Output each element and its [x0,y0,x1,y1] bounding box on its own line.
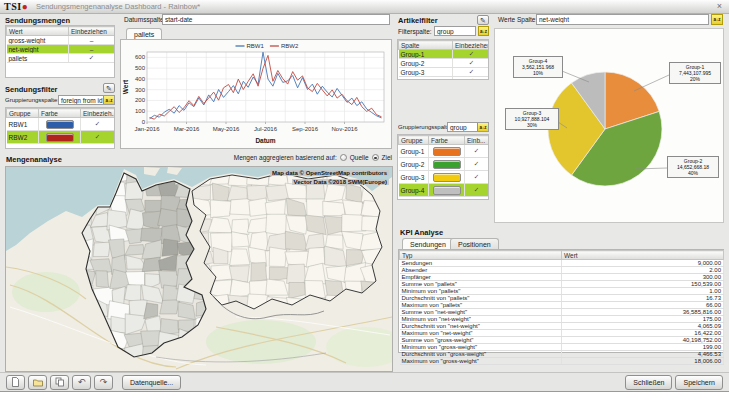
artikelfilter-title: Artikelfilter [398,16,438,25]
table-row[interactable]: Group-3 ✓ [399,171,489,184]
col-typ[interactable]: Typ [400,251,562,260]
kpi-row[interactable]: Durchschnitt von "pallets" 16.73 [400,295,724,302]
color-swatch[interactable] [46,120,74,129]
color-swatch[interactable] [433,186,461,195]
undo-button[interactable]: ↶ [72,375,91,390]
col-spalte[interactable]: Spalte [399,41,453,50]
col-gruppe[interactable]: Gruppe [7,109,39,118]
col-farbe[interactable]: Farbe [429,136,465,145]
value-column-input[interactable] [536,14,709,25]
open-button[interactable] [28,375,47,390]
svg-text:Datum: Datum [255,137,275,144]
kpi-row[interactable]: Empfänger 300.00 [400,274,724,281]
col-einbeziehen[interactable]: Einb... [465,136,489,145]
table-row[interactable]: Group-3✓ [399,68,490,77]
map-attribution-line1: Map data © OpenStreetMap contributors [270,170,389,176]
close-icon[interactable]: × [717,0,722,13]
kpi-row[interactable]: Minimum von "pallets" 1.00 [400,288,724,295]
table-row[interactable]: gross-weight– [7,36,115,45]
radio-ziel[interactable] [372,154,379,161]
new-file-button[interactable] [6,375,25,390]
col-einbeziehen[interactable]: Einbeziehen [69,27,115,36]
svg-text:Jul-2016: Jul-2016 [254,126,278,132]
kpi-row[interactable]: Summe von "gross-weight" 40,198,752.00 [400,337,724,344]
grouping-column-select[interactable]: group a↓z [447,122,489,132]
table-row[interactable]: pallets✓ [7,54,115,63]
map[interactable]: Map data © OpenStreetMap contributors Ve… [5,166,393,372]
col-wert[interactable]: Wert [7,27,69,36]
filter-column-select[interactable]: group [434,26,476,36]
edit-filter-button[interactable]: ✎ [103,83,115,93]
kpi-row[interactable]: Maximum von "pallets" 66.00 [400,302,724,309]
app-logo: TSI● [4,0,28,13]
sort-icon[interactable]: a↓z [103,96,114,104]
sort-icon[interactable]: a↓z [477,123,488,131]
kpi-row[interactable]: Minimum von "net-weight" 175.00 [400,316,724,323]
kpi-row[interactable]: Maximum von "net-weight" 16,422.00 [400,330,724,337]
kpi-row[interactable]: Absender 2.00 [400,267,724,274]
pencil-icon: ✎ [480,17,486,24]
kpi-row[interactable]: Durchschnitt von "net-weight" 4,065.09 [400,323,724,330]
sort-icon[interactable]: a↓z [711,14,723,25]
aggregate-label: Mengen aggregieren basierend auf: [234,154,337,161]
col-wert[interactable]: Wert [562,251,724,260]
pie-label-group4: Group-4 3,562,151.968 10% [513,56,563,78]
copy-icon [55,377,65,387]
kpi-row[interactable]: Maximum von "gross-weight" 18,006.00 [400,358,724,365]
svg-text:RBW2: RBW2 [281,43,299,49]
datasource-button[interactable]: Datenquelle... [122,375,181,390]
tab-pallets[interactable]: pallets [126,28,162,39]
kpi-row[interactable]: Summe von "pallets" 150,539.00 [400,281,724,288]
table-row[interactable]: RBW1 ✓ [7,118,115,131]
redo-button[interactable]: ↷ [94,375,113,390]
tab-sendungen[interactable]: Sendungen [402,238,454,249]
table-row[interactable]: Group-4✓ [399,77,490,81]
col-einbeziehen[interactable]: Einbezieh... [81,109,115,118]
document-icon [11,377,20,387]
kpi-row[interactable]: Summe von "net-weight" 36,585,816.00 [400,309,724,316]
kpi-row[interactable]: Durchschnitt von "gross-weight" 4,466.53 [400,351,724,358]
date-column-input[interactable] [162,14,390,25]
table-row[interactable]: Group-4 ✓ [399,184,489,197]
svg-text:May-2016: May-2016 [213,126,240,132]
svg-text:0: 0 [142,119,146,125]
col-farbe[interactable]: Farbe [39,109,81,118]
kpi-row[interactable]: Minimum von "gross-weight" 199.00 [400,344,724,351]
close-button[interactable]: Schließen [625,375,672,390]
radio-quelle[interactable] [340,154,347,161]
table-row[interactable]: Group-2 ✓ [399,158,489,171]
map-attribution-line2: Vector Data ©2018 SWM(Europe) [292,179,389,185]
grouping-column-select[interactable]: foreign from id a↓z [58,95,115,105]
table-row[interactable]: RBW2 ✓ [7,131,115,144]
edit-artikelfilter-button[interactable]: ✎ [477,15,489,25]
copy-button[interactable] [50,375,69,390]
titlebar: TSI● Sendungsmengenanalyse Dashboard - R… [0,0,729,14]
save-button[interactable]: Speichern [675,375,723,390]
sort-icon[interactable]: a↓z [478,26,489,36]
tab-positionen[interactable]: Positionen [450,238,499,249]
table-row[interactable]: Group-1✓ [399,50,490,59]
radio-quelle-label[interactable]: Quelle [350,154,369,161]
svg-text:600: 600 [135,54,146,60]
line-chart-panel: 0100200300400500600Jan-2016Mar-2016May-2… [120,39,392,149]
grouping-column-label: Gruppierungsspalte: [5,97,59,103]
color-swatch[interactable] [433,160,461,169]
col-gruppe[interactable]: Gruppe [399,136,429,145]
svg-text:500: 500 [135,65,146,71]
svg-text:Nov-2016: Nov-2016 [331,126,358,132]
table-row[interactable]: net-weight– [7,45,115,54]
table-row[interactable]: Group-1 ✓ [399,145,489,158]
kpi-title: KPI Analyse [400,228,443,237]
color-swatch[interactable] [433,147,461,156]
grouping-column-label: Gruppierungsspalte: [398,124,452,130]
aggregate-controls: Mengen aggregieren basierend auf: Quelle… [180,154,392,161]
color-swatch[interactable] [433,173,461,182]
svg-text:Sep-2016: Sep-2016 [292,126,319,132]
color-swatch[interactable] [46,133,74,142]
sendungsfilter-title: Sendungsfilter [5,85,58,94]
undo-icon: ↶ [78,377,86,388]
col-einbeziehen[interactable]: Einbeziehen [453,41,490,50]
kpi-row[interactable]: Sendungen 9,000.00 [400,260,724,267]
radio-ziel-label[interactable]: Ziel [382,154,392,161]
table-row[interactable]: Group-2✓ [399,59,490,68]
